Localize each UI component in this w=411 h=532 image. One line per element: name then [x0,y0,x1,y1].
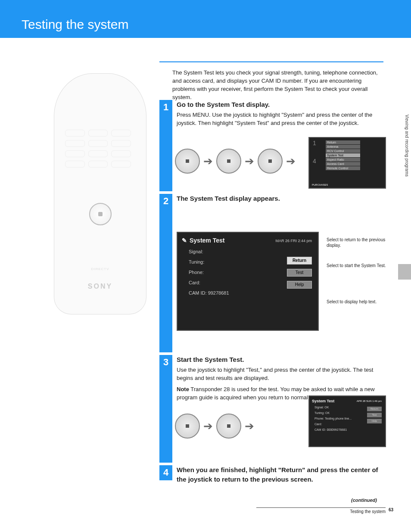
submenu-item: Remote Control [326,166,360,170]
osd-title: System Test [190,237,224,244]
joystick-press-icon [258,149,283,174]
menu-num-4: 4 [313,158,316,165]
step-3-title: Start the System Test. [177,355,383,364]
joystick-icon [216,149,241,174]
callout-test: Select to start the System Test. [327,263,387,268]
callout-help: Select to display help text. [327,299,387,305]
system-test-screenshot: ✎System Test MAR 26 FRI 2:44 pm Signal: … [177,232,319,331]
menu-num-1: 1 [313,140,316,146]
step-number-1: 1 [159,100,172,191]
step-1: Go to the System Test display. Press MEN… [177,100,383,127]
submenu-item-selected: System Test [326,153,360,157]
row-camid: 99278681 [208,290,229,296]
callout-return: Select to return to the previous display… [327,237,387,248]
help-button[interactable]: Help [287,281,312,289]
step-4-title: When you are finished, highlight "Return… [177,465,383,484]
return-button[interactable]: Return [287,257,312,264]
osd3-camid: CAM ID: 000099278681 [314,428,383,431]
arrow-icon: ➔ [245,420,254,433]
menu-icon-label: PURCHASES [312,184,328,186]
step-4: When you are finished, highlight "Return… [177,465,383,486]
accent-rule [159,61,383,62]
step-3-icons: ➔ ➔ [175,414,258,439]
test-button[interactable]: Test [367,413,382,417]
arrow-icon: ➔ [286,155,296,168]
submenu-item: Aspect Ratio [326,158,360,162]
return-button[interactable]: Return [367,407,382,411]
step-3: Start the System Test. Use the joystick … [177,355,383,402]
note-label: Note [177,386,189,392]
arrow-icon: ➔ [203,420,213,433]
step-number-3: 3 [159,355,172,463]
step-number-4: 4 [159,465,172,480]
step-number-2: 2 [159,194,172,352]
joystick-icon [175,414,200,439]
menu-button-icon [175,149,200,174]
side-tab [398,264,411,280]
remote-sub-brand: DIRECTV [54,267,146,271]
test-button[interactable]: Test [287,269,312,277]
balloon-icon: ✎ [182,237,187,244]
row-camid-label: CAM ID: [189,290,207,296]
intro-paragraph: The System Test lets you check your sign… [172,69,383,101]
submenu-item: RCV Control [326,149,360,153]
row-signal: Signal: [189,249,314,254]
page-title: Testing the system [22,17,128,32]
submenu-item: Return [326,140,360,144]
step-2-title: The System Test display appears. [177,194,383,203]
footer-page: 63 [389,507,393,512]
submenu-item: Antenna [326,145,360,149]
osd-menu-screenshot: 1 4 Return Antenna RCV Control System Te… [308,137,386,189]
joystick-press-icon [216,414,241,439]
help-button[interactable]: Help [367,419,382,423]
page-header: Testing the system [0,0,411,38]
step-2: The System Test display appears. [177,194,383,205]
continued-label: (continued) [351,498,377,503]
arrow-icon: ➔ [245,155,254,168]
osd3-date: APR 28 SUN 1:46 pm [357,400,382,402]
remote-illustration: DIRECTV SONY [54,73,146,314]
step-1-title: Go to the System Test display. [177,100,383,109]
system-test-result-screenshot: System Test APR 28 SUN 1:46 pm Signal: O… [308,395,386,447]
submenu: Return Antenna RCV Control System Test A… [326,140,360,171]
osd-date: MAR 26 FRI 2:44 pm [275,239,312,243]
remote-brand: SONY [54,283,146,290]
submenu-item: Access Card [326,162,360,166]
arrow-icon: ➔ [203,155,213,168]
step-1-body: Press MENU. Use the joystick to highligh… [177,111,383,128]
step-3-body: Use the joystick to highlight "Test," an… [177,366,383,383]
step-1-icons: ➔ ➔ ➔ [175,149,299,174]
footer-title: Testing the system [256,507,386,514]
side-tab-label: Viewing and recording programs [405,103,409,189]
